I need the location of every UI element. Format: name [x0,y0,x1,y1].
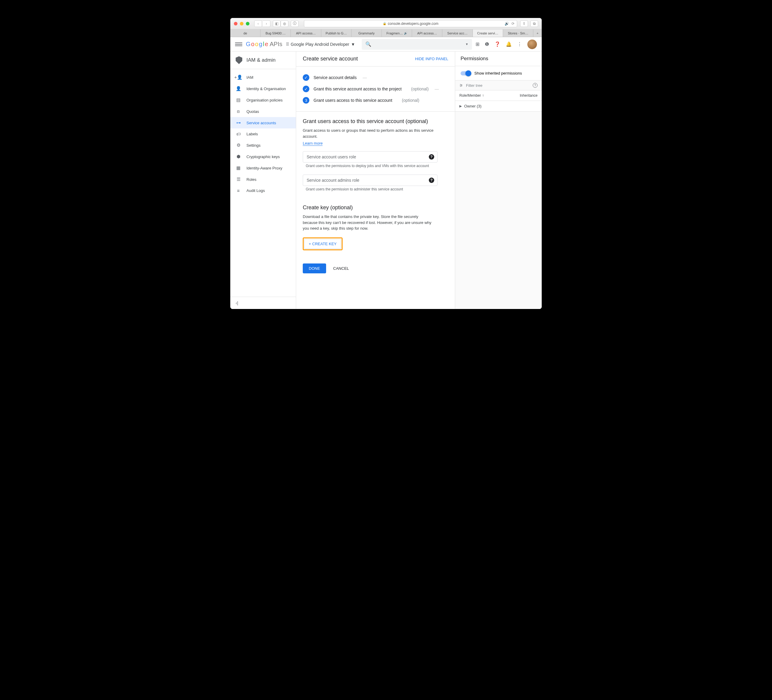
lock-icon: 🔒 [383,22,386,25]
section-desc: Download a file that contains the privat… [303,214,432,231]
expand-arrow-icon[interactable]: ▶ [460,104,462,108]
people-icon: +👤 [236,75,241,80]
roles-icon: ☰ [236,177,241,182]
sidebar-item-crypto[interactable]: ⬢Cryptographic keys [230,151,296,162]
menu-icon[interactable] [235,43,242,46]
cloud-header: Google APIs ⠿ Google Play Android Develo… [230,37,542,51]
admins-role-input[interactable]: Service account admins role ? [303,175,438,186]
users-role-input[interactable]: Service account users role ? [303,151,438,163]
sidebar-item-iap[interactable]: ▦Identity-Aware Proxy [230,162,296,173]
create-key-section: Create key (optional) Download a file th… [296,204,455,257]
search-input[interactable]: 🔍 ▼ [362,39,472,50]
done-button[interactable]: DONE [303,263,326,273]
browser-tab[interactable]: Service acc… [442,29,473,37]
project-selector[interactable]: ⠿ Google Play Android Developer ▼ [286,42,355,47]
browser-tab[interactable]: Stores · Sm… [503,29,533,37]
hide-info-panel-button[interactable]: HIDE INFO PANEL [415,57,448,61]
info-icon[interactable]: ⓘ [291,20,299,27]
quota-icon: ⧈ [236,109,241,114]
cancel-button[interactable]: CANCEL [333,266,349,271]
gift-icon[interactable]: ⊞ [476,41,479,47]
step-1[interactable]: Service account details — [303,72,448,83]
section-title: Grant users access to this service accou… [303,118,448,124]
browser-tab[interactable]: Fragmen…🔊 [382,29,412,37]
tabs-button[interactable]: ⧉ [530,20,538,27]
check-icon [303,74,309,81]
search-icon: 🔍 [365,41,371,47]
gear-icon: ⚙ [236,142,241,148]
sidebar-item-roles[interactable]: ☰Roles [230,173,296,185]
close-window-button[interactable] [234,22,237,25]
forward-button[interactable]: › [263,20,270,27]
browser-tab[interactable]: API access… [412,29,442,37]
project-name: Google Play Android Developer [291,42,349,47]
browser-tab[interactable]: Publish to G… [321,29,352,37]
browser-tab[interactable]: Bug 59400:… [260,29,291,37]
address-bar[interactable]: 🔒 console.developers.google.com 🔊 ⟳ [304,20,517,27]
maximize-window-button[interactable] [246,22,249,25]
collapse-sidebar-button[interactable]: ‹| [230,297,296,309]
project-icon: ⠿ [286,42,289,47]
inherited-toggle-row: Show inherited permissions [455,66,542,80]
more-icon[interactable]: ⋮ [517,41,522,47]
sort-arrow-icon[interactable]: ↑ [482,93,484,98]
plus-icon: + [309,242,311,246]
highlighted-frame: + CREATE KEY [303,237,343,250]
sidebar-item-identity[interactable]: 👤Identity & Organisation [230,83,296,94]
traffic-lights [234,22,249,25]
tab-sound-icon[interactable]: 🔊 [404,32,407,35]
help-icon[interactable]: ? [429,154,434,160]
sidebar-item-iam[interactable]: +👤IAM [230,72,296,83]
sidebar-toggle-button[interactable]: ◧ [273,20,281,27]
check-icon [303,86,309,92]
sidebar-item-policies[interactable]: ▤Organisation policies [230,94,296,106]
sidebar-item-labels[interactable]: 🏷Labels [230,128,296,139]
sidebar-item-settings[interactable]: ⚙Settings [230,139,296,151]
permissions-title: Permissions [455,51,542,66]
reload-icon[interactable]: ⟳ [512,21,514,26]
google-apis-logo[interactable]: Google APIs [246,41,282,47]
learn-more-link[interactable]: Learn more [303,141,322,146]
field-hint: Grant users the permission to administer… [303,186,438,196]
step-number-badge: 3 [303,97,309,104]
avatar[interactable] [527,39,537,49]
permissions-panel: Permissions Show inherited permissions ⚞… [455,51,542,309]
chevron-down-icon: ▼ [465,43,468,46]
role-row[interactable]: ▶ Owner (3) [455,101,542,112]
proxy-icon: ▦ [236,165,241,171]
nav-buttons: ‹ › [254,20,270,27]
filter-row: ⚞ Filter tree ? [455,80,542,90]
url-text: console.developers.google.com [388,21,438,26]
create-key-button[interactable]: + CREATE KEY [304,239,341,249]
help-icon[interactable]: ? [429,178,434,183]
main-content: Create service account HIDE INFO PANEL S… [296,51,542,309]
browser-window: ‹ › ◧ ◎ ⓘ 🔒 console.developers.google.co… [230,18,542,309]
edit-dash-icon[interactable]: — [363,75,367,80]
extension-icon[interactable]: ◎ [281,20,288,27]
edit-dash-icon[interactable]: — [435,87,439,91]
help-icon[interactable]: ? [533,83,538,88]
browser-tab[interactable]: API access… [291,29,321,37]
share-button[interactable]: ⇪ [520,20,528,27]
filter-input[interactable]: Filter tree [466,83,483,88]
person-icon: 👤 [236,86,241,91]
section-desc: Grant access to users or groups that nee… [303,128,448,139]
sidebar-item-audit[interactable]: ≡Audit Logs [230,185,296,196]
back-button[interactable]: ‹ [254,20,262,27]
browser-tab[interactable]: Grammarly [352,29,382,37]
filter-icon[interactable]: ⚞ [460,83,463,88]
minimize-window-button[interactable] [240,22,244,25]
step-3: 3 Grant users access to this service acc… [303,95,448,106]
sidebar-item-service-accounts[interactable]: ⊶Service accounts [230,117,296,128]
step-2[interactable]: Grant this service account access to the… [303,83,448,95]
audit-icon: ≡ [236,188,241,193]
notifications-icon[interactable]: 🔔 [506,41,512,47]
alert-icon[interactable]: ❶ [485,41,489,47]
browser-tab-active[interactable]: Create servi… [473,29,503,37]
sound-icon[interactable]: 🔊 [505,21,509,26]
inherited-toggle[interactable] [461,71,471,75]
new-tab-button[interactable]: + [533,29,542,37]
help-icon[interactable]: ❓ [494,41,500,47]
sidebar-item-quotas[interactable]: ⧈Quotas [230,106,296,117]
browser-tab[interactable]: de [230,29,260,37]
